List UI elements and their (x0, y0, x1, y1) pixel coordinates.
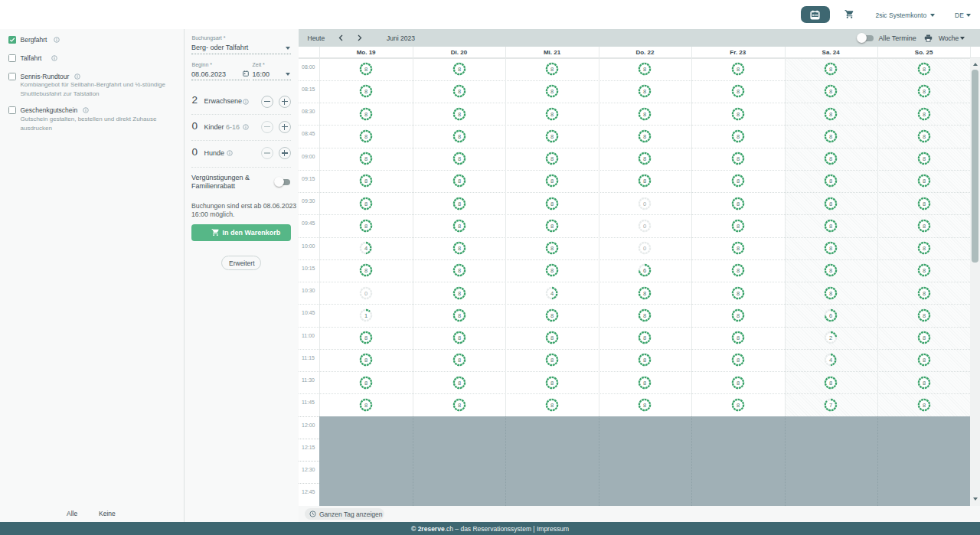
svg-text:8: 8 (457, 267, 460, 274)
svg-text:8: 8 (643, 289, 646, 296)
svg-text:8: 8 (923, 267, 926, 274)
svg-text:8: 8 (737, 334, 740, 341)
svg-text:8: 8 (829, 66, 832, 73)
svg-text:8: 8 (643, 357, 646, 364)
svg-text:8: 8 (923, 66, 926, 73)
svg-text:8: 8 (829, 155, 832, 162)
svg-text:8: 8 (457, 245, 460, 252)
svg-text:7: 7 (829, 401, 832, 408)
svg-text:8: 8 (457, 357, 460, 364)
svg-text:8: 8 (457, 132, 460, 139)
svg-text:8: 8 (364, 178, 368, 184)
svg-text:8: 8 (364, 110, 368, 117)
svg-text:8: 8 (643, 110, 646, 117)
svg-text:8: 8 (550, 222, 554, 229)
svg-text:8: 8 (643, 401, 646, 408)
svg-text:8: 8 (737, 132, 740, 139)
svg-text:8: 8 (737, 357, 740, 364)
svg-text:8: 8 (829, 88, 832, 95)
svg-text:8: 8 (923, 312, 926, 318)
svg-text:8: 8 (737, 155, 740, 162)
svg-text:8: 8 (550, 88, 554, 95)
svg-text:8: 8 (923, 200, 926, 207)
svg-text:8: 8 (829, 289, 832, 296)
svg-text:6: 6 (829, 312, 832, 318)
svg-text:8: 8 (457, 334, 460, 341)
svg-text:8: 8 (737, 245, 740, 252)
svg-text:8: 8 (643, 379, 646, 386)
svg-text:8: 8 (829, 110, 832, 117)
svg-text:0: 0 (643, 245, 646, 252)
svg-text:8: 8 (923, 110, 926, 117)
svg-text:8: 8 (923, 88, 926, 95)
svg-text:0: 0 (364, 289, 368, 296)
svg-text:8: 8 (364, 334, 368, 341)
svg-text:8: 8 (737, 66, 740, 73)
svg-text:8: 8 (737, 110, 740, 117)
svg-text:8: 8 (829, 178, 832, 184)
svg-text:8: 8 (364, 267, 368, 274)
svg-text:2: 2 (829, 334, 832, 341)
svg-text:8: 8 (364, 222, 368, 229)
svg-text:8: 8 (550, 357, 554, 364)
svg-text:8: 8 (550, 200, 554, 207)
svg-text:8: 8 (643, 132, 646, 139)
svg-text:8: 8 (457, 401, 460, 408)
svg-text:8: 8 (643, 66, 646, 73)
svg-text:8: 8 (737, 401, 740, 408)
svg-text:8: 8 (737, 312, 740, 318)
svg-text:8: 8 (550, 401, 554, 408)
svg-text:8: 8 (923, 357, 926, 364)
svg-text:8: 8 (550, 267, 554, 274)
svg-text:8: 8 (457, 66, 460, 73)
svg-text:8: 8 (643, 178, 646, 184)
svg-text:8: 8 (457, 379, 460, 386)
svg-text:8: 8 (829, 222, 832, 229)
svg-text:8: 8 (550, 110, 554, 117)
svg-text:4: 4 (829, 357, 832, 364)
svg-text:8: 8 (923, 379, 926, 386)
svg-text:8: 8 (923, 132, 926, 139)
svg-text:0: 0 (643, 222, 646, 229)
svg-text:8: 8 (829, 245, 832, 252)
svg-text:8: 8 (457, 178, 460, 184)
svg-text:8: 8 (737, 267, 740, 274)
svg-text:8: 8 (457, 289, 460, 296)
svg-text:8: 8 (829, 379, 832, 386)
svg-text:8: 8 (364, 155, 368, 162)
svg-text:8: 8 (550, 379, 554, 386)
svg-text:6: 6 (643, 267, 646, 274)
svg-text:8: 8 (829, 200, 832, 207)
svg-text:8: 8 (550, 312, 554, 318)
svg-text:8: 8 (364, 132, 368, 139)
svg-text:8: 8 (457, 155, 460, 162)
svg-text:8: 8 (923, 334, 926, 341)
svg-text:8: 8 (457, 200, 460, 207)
svg-text:8: 8 (457, 110, 460, 117)
svg-text:8: 8 (457, 88, 460, 95)
svg-text:8: 8 (923, 222, 926, 229)
svg-text:8: 8 (829, 267, 832, 274)
svg-text:8: 8 (923, 289, 926, 296)
svg-text:1: 1 (364, 312, 368, 318)
svg-text:8: 8 (923, 178, 926, 184)
svg-text:0: 0 (643, 200, 646, 207)
svg-text:8: 8 (457, 222, 460, 229)
svg-text:8: 8 (550, 66, 554, 73)
svg-text:8: 8 (364, 401, 368, 408)
svg-text:8: 8 (923, 155, 926, 162)
svg-text:8: 8 (737, 200, 740, 207)
svg-text:8: 8 (550, 178, 554, 184)
svg-text:8: 8 (643, 334, 646, 341)
svg-text:8: 8 (364, 88, 368, 95)
svg-text:8: 8 (923, 401, 926, 408)
svg-text:8: 8 (829, 132, 832, 139)
svg-text:8: 8 (364, 379, 368, 386)
svg-text:8: 8 (643, 155, 646, 162)
svg-text:8: 8 (923, 245, 926, 252)
svg-text:4: 4 (550, 289, 554, 296)
svg-text:8: 8 (550, 132, 554, 139)
svg-text:8: 8 (457, 312, 460, 318)
svg-text:8: 8 (364, 66, 368, 73)
svg-text:8: 8 (737, 178, 740, 184)
